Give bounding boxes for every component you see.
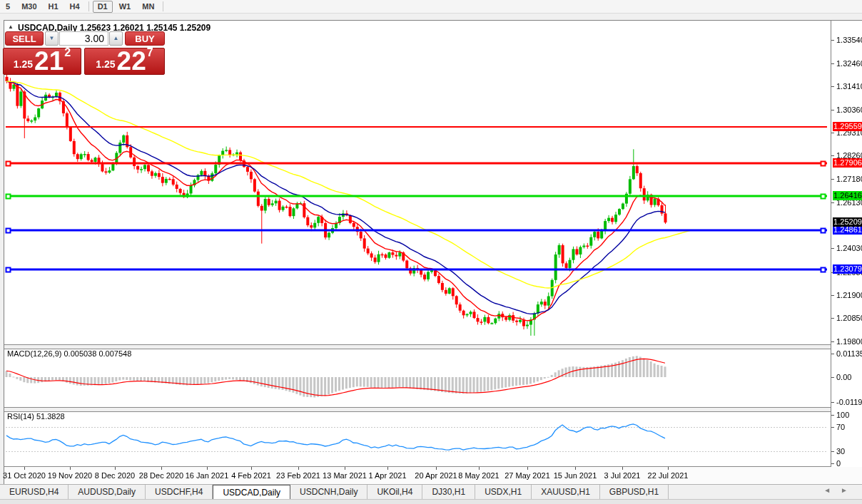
buy-price-fraction: 7 <box>147 46 153 59</box>
axis-tickmark <box>831 86 834 87</box>
price-tick-label: 1.31410 <box>836 82 862 91</box>
axis-tickmark <box>831 202 834 203</box>
sell-price-fraction: 2 <box>64 46 71 59</box>
price-tick-label: 1.33540 <box>836 36 862 44</box>
date-tickmark <box>251 467 252 470</box>
timeframe-button-h4[interactable]: H4 <box>65 1 85 13</box>
date-tick-label: 8 May 2021 <box>458 471 499 480</box>
toolbar-separator <box>163 1 163 11</box>
current-price-label: 1.25209 <box>833 217 862 227</box>
tab-scroll-arrows[interactable]: ◄► <box>823 486 858 494</box>
status-strip <box>0 499 862 504</box>
rsi-panel-canvas[interactable] <box>4 411 831 466</box>
chart-tab-ukoil-h4[interactable]: UKOil,H4 <box>367 485 422 500</box>
axis-tickmark <box>831 341 834 342</box>
date-tickmark <box>479 467 480 470</box>
date-tickmark <box>436 467 437 470</box>
date-tick-label: 8 Dec 2020 <box>95 471 135 480</box>
rsi-tick-label: 100 <box>836 411 849 419</box>
chart-tab-usdcad-daily[interactable]: USDCAD,Daily <box>213 485 290 500</box>
timeframe-button-d1[interactable]: D1 <box>93 1 113 13</box>
axis-tickmark <box>831 415 834 416</box>
collapse-panel-icon[interactable]: ▲ <box>8 24 14 30</box>
chart-window: ▲ USDCAD,Daily 1.25623 1.26021 1.25145 1… <box>4 20 862 484</box>
chart-tab-usdchf-h4[interactable]: USDCHF,H4 <box>146 485 213 500</box>
axis-tickmark <box>831 63 834 64</box>
chart-tab-audusd-daily[interactable]: AUDUSD,Daily <box>69 485 146 500</box>
tab-scroll-left-icon[interactable]: ◄ <box>823 486 841 494</box>
axis-tickmark <box>831 451 834 452</box>
one-click-trade-panel: SELL ▼ ▲ BUY 1.25 21 2 1.25 22 7 <box>4 31 167 88</box>
buy-price-pips: 22 <box>117 51 146 72</box>
price-tick-label: 1.20850 <box>836 314 862 322</box>
chart-tab-xauusd-h1[interactable]: XAUUSD,H1 <box>532 485 600 500</box>
volume-up-button[interactable]: ▲ <box>109 31 123 46</box>
axis-tickmark <box>831 402 834 403</box>
hline-price-label[interactable]: 1.26416 <box>833 191 862 200</box>
axis-tickmark <box>831 354 834 354</box>
timeframe-button-m30[interactable]: M30 <box>16 1 41 13</box>
date-axis[interactable]: 31 Oct 202019 Nov 20208 Dec 202028 Dec 2… <box>4 467 862 483</box>
chart-tab-usdx-h1[interactable]: USDX,H1 <box>475 485 532 500</box>
chart-tab-eurusd-h4[interactable]: EURUSD,H4 <box>0 485 69 500</box>
date-tick-label: 15 Jun 2021 <box>554 471 597 480</box>
hline-price-label[interactable]: 1.27906 <box>833 158 862 168</box>
timeframe-button-h1[interactable]: H1 <box>44 1 64 13</box>
date-tick-label: 28 Dec 2020 <box>139 471 183 480</box>
sell-price-figure: 1.25 <box>14 58 33 70</box>
price-tick-label: 1.32460 <box>836 59 862 68</box>
date-tickmark <box>622 467 623 470</box>
date-tickmark <box>115 467 116 470</box>
date-tick-label: 23 Feb 2021 <box>276 471 320 480</box>
timeframe-button-5[interactable]: 5 <box>1 1 15 13</box>
hline-price-label[interactable]: 1.23079 <box>833 264 862 274</box>
date-tickmark <box>207 467 208 470</box>
chart-tab-usdcnh-daily[interactable]: USDCNH,Daily <box>290 485 367 500</box>
macd-label: MACD(12,26,9) 0.005038 0.007548 <box>7 349 131 358</box>
chart-tab-gbpusd-h1[interactable]: GBPUSD,H1 <box>600 485 669 500</box>
price-axis[interactable]: 1.335401.324601.314101.303601.293101.282… <box>831 21 862 467</box>
sell-quote-box[interactable]: 1.25 21 2 <box>3 48 81 75</box>
macd-tick-label: 0.01135 <box>836 349 862 358</box>
axis-tickmark <box>831 179 834 180</box>
rsi-splitter[interactable] <box>4 407 862 412</box>
price-tick-label: 1.30360 <box>836 106 862 114</box>
macd-splitter[interactable] <box>4 344 862 349</box>
buy-quote-box[interactable]: 1.25 22 7 <box>84 48 165 75</box>
chart-tab-dj30-h1[interactable]: DJ30,H1 <box>422 485 475 500</box>
price-tick-label: 1.19800 <box>836 337 862 346</box>
axis-tickmark <box>831 318 834 319</box>
chart-tab-bar: EURUSD,H4AUDUSD,DailyUSDCHF,H4USDCAD,Dai… <box>0 484 862 500</box>
sell-button[interactable]: SELL <box>5 31 44 46</box>
toolbar-separator <box>88 1 89 11</box>
axis-tickmark <box>831 248 834 249</box>
buy-button[interactable]: BUY <box>125 31 165 46</box>
date-tick-label: 4 Feb 2021 <box>231 471 271 480</box>
tab-scroll-right-icon[interactable]: ► <box>841 486 858 494</box>
macd-tick-label: -0.011904 <box>836 398 862 406</box>
hline-price-label[interactable]: 1.29559 <box>833 122 862 131</box>
axis-tickmark <box>831 427 834 428</box>
date-tickmark <box>161 467 162 470</box>
timeframe-button-mn[interactable]: MN <box>137 1 159 13</box>
date-tickmark <box>24 467 25 470</box>
spinner-down-icon: ▼ <box>49 35 55 41</box>
buy-price-figure: 1.25 <box>96 58 115 70</box>
rsi-tick-label: 30 <box>836 447 845 456</box>
date-tick-label: 27 May 2021 <box>504 471 550 480</box>
date-tick-label: 31 Oct 2020 <box>3 471 46 480</box>
axis-tickmark <box>831 133 834 133</box>
date-tick-label: 13 Mar 2021 <box>323 471 367 480</box>
spinner-up-icon: ▲ <box>113 35 119 41</box>
date-tickmark <box>387 467 388 470</box>
date-tickmark <box>668 467 669 470</box>
timeframe-button-w1[interactable]: W1 <box>114 1 136 13</box>
axis-tickmark <box>831 463 834 464</box>
price-tick-label: 1.24030 <box>836 244 862 252</box>
axis-tickmark <box>831 110 834 110</box>
macd-tick-label: 0.00 <box>836 373 851 381</box>
axis-tickmark <box>831 40 834 41</box>
volume-down-button[interactable]: ▼ <box>45 31 59 46</box>
axis-tickmark <box>831 295 834 296</box>
volume-input[interactable] <box>59 31 108 46</box>
